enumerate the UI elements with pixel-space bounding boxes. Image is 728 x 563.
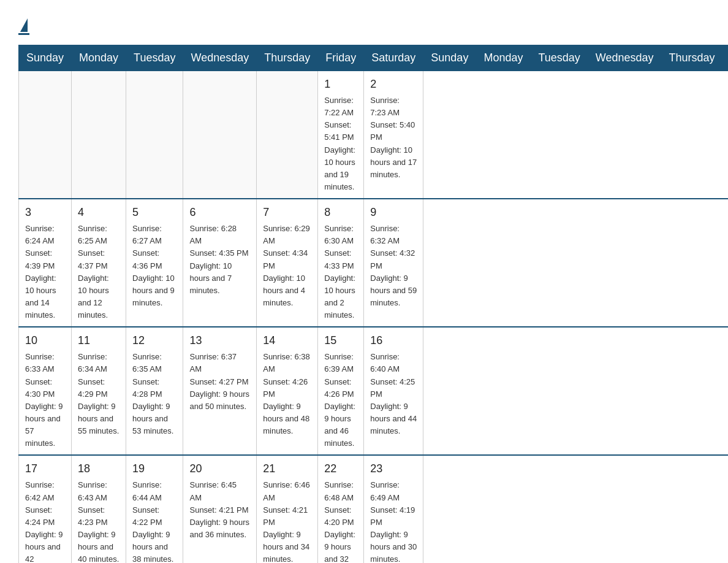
day-number: 19 xyxy=(132,461,176,477)
header-wednesday: Wednesday xyxy=(588,45,661,71)
header-tuesday: Tuesday xyxy=(531,45,588,71)
header-monday: Monday xyxy=(72,45,126,71)
day-info: Sunrise: 6:25 AM Sunset: 4:37 PM Dayligh… xyxy=(78,223,119,321)
day-number: 20 xyxy=(189,461,250,477)
header-monday: Monday xyxy=(476,45,531,71)
calendar-week-row: 17Sunrise: 6:42 AM Sunset: 4:24 PM Dayli… xyxy=(19,455,729,563)
calendar-cell: 20Sunrise: 6:45 AM Sunset: 4:21 PM Dayli… xyxy=(183,455,257,563)
day-info: Sunrise: 6:44 AM Sunset: 4:22 PM Dayligh… xyxy=(132,479,176,563)
day-number: 2 xyxy=(370,76,417,93)
calendar-cell: 13Sunrise: 6:37 AM Sunset: 4:27 PM Dayli… xyxy=(183,327,257,455)
header-sunday: Sunday xyxy=(19,45,72,71)
header-thursday: Thursday xyxy=(257,45,318,71)
day-info: Sunrise: 6:43 AM Sunset: 4:23 PM Dayligh… xyxy=(78,479,119,563)
header-sunday: Sunday xyxy=(423,45,476,71)
page-header xyxy=(18,12,710,35)
day-number: 4 xyxy=(78,204,119,221)
day-number: 22 xyxy=(324,461,357,477)
day-info: Sunrise: 6:24 AM Sunset: 4:39 PM Dayligh… xyxy=(25,223,65,321)
calendar-cell: 1Sunrise: 7:22 AM Sunset: 5:41 PM Daylig… xyxy=(318,71,364,199)
calendar-cell: 21Sunrise: 6:46 AM Sunset: 4:21 PM Dayli… xyxy=(257,455,318,563)
calendar-cell: 10Sunrise: 6:33 AM Sunset: 4:30 PM Dayli… xyxy=(19,327,72,455)
calendar-header-row: SundayMondayTuesdayWednesdayThursdayFrid… xyxy=(19,45,729,71)
day-info: Sunrise: 6:35 AM Sunset: 4:28 PM Dayligh… xyxy=(132,351,176,437)
day-number: 23 xyxy=(370,461,417,477)
day-info: Sunrise: 6:48 AM Sunset: 4:20 PM Dayligh… xyxy=(324,479,357,563)
calendar-cell: 22Sunrise: 6:48 AM Sunset: 4:20 PM Dayli… xyxy=(318,455,364,563)
header-friday: Friday xyxy=(722,45,728,71)
day-number: 14 xyxy=(263,332,311,349)
calendar-cell: 11Sunrise: 6:34 AM Sunset: 4:29 PM Dayli… xyxy=(72,327,126,455)
day-number: 13 xyxy=(189,332,250,349)
calendar-cell: 12Sunrise: 6:35 AM Sunset: 4:28 PM Dayli… xyxy=(126,327,183,455)
day-info: Sunrise: 6:49 AM Sunset: 4:19 PM Dayligh… xyxy=(370,479,417,563)
header-friday: Friday xyxy=(318,45,364,71)
logo-triangle-icon xyxy=(20,18,28,32)
day-number: 9 xyxy=(370,204,417,221)
calendar-cell xyxy=(257,71,318,199)
day-number: 15 xyxy=(324,332,357,349)
day-number: 17 xyxy=(25,461,65,477)
day-info: Sunrise: 6:29 AM Sunset: 4:34 PM Dayligh… xyxy=(263,223,311,309)
calendar-week-row: 3Sunrise: 6:24 AM Sunset: 4:39 PM Daylig… xyxy=(19,199,729,327)
calendar-cell xyxy=(19,71,72,199)
day-info: Sunrise: 6:40 AM Sunset: 4:25 PM Dayligh… xyxy=(370,351,417,437)
day-info: Sunrise: 6:42 AM Sunset: 4:24 PM Dayligh… xyxy=(25,479,65,563)
calendar-cell: 4Sunrise: 6:25 AM Sunset: 4:37 PM Daylig… xyxy=(72,199,126,327)
calendar-cell xyxy=(72,71,126,199)
calendar-cell xyxy=(126,71,183,199)
day-number: 12 xyxy=(132,332,176,349)
day-info: Sunrise: 6:30 AM Sunset: 4:33 PM Dayligh… xyxy=(324,223,357,321)
day-number: 7 xyxy=(263,204,311,221)
day-info: Sunrise: 6:38 AM Sunset: 4:26 PM Dayligh… xyxy=(263,351,311,437)
day-number: 21 xyxy=(263,461,311,477)
calendar-cell: 23Sunrise: 6:49 AM Sunset: 4:19 PM Dayli… xyxy=(364,455,423,563)
day-number: 16 xyxy=(370,332,417,349)
day-info: Sunrise: 6:45 AM Sunset: 4:21 PM Dayligh… xyxy=(189,479,250,541)
day-info: Sunrise: 7:23 AM Sunset: 5:40 PM Dayligh… xyxy=(370,94,417,181)
day-info: Sunrise: 7:22 AM Sunset: 5:41 PM Dayligh… xyxy=(324,94,357,193)
calendar-week-row: 1Sunrise: 7:22 AM Sunset: 5:41 PM Daylig… xyxy=(19,71,729,199)
calendar-week-row: 10Sunrise: 6:33 AM Sunset: 4:30 PM Dayli… xyxy=(19,327,729,455)
calendar-cell: 17Sunrise: 6:42 AM Sunset: 4:24 PM Dayli… xyxy=(19,455,72,563)
calendar-cell: 19Sunrise: 6:44 AM Sunset: 4:22 PM Dayli… xyxy=(126,455,183,563)
header-tuesday: Tuesday xyxy=(126,45,183,71)
day-info: Sunrise: 6:46 AM Sunset: 4:21 PM Dayligh… xyxy=(263,479,311,563)
day-number: 3 xyxy=(25,204,65,221)
calendar-cell: 14Sunrise: 6:38 AM Sunset: 4:26 PM Dayli… xyxy=(257,327,318,455)
day-number: 1 xyxy=(324,76,357,93)
day-number: 8 xyxy=(324,204,357,221)
day-number: 11 xyxy=(78,332,119,349)
calendar-cell: 3Sunrise: 6:24 AM Sunset: 4:39 PM Daylig… xyxy=(19,199,72,327)
day-number: 10 xyxy=(25,332,65,349)
calendar-cell: 9Sunrise: 6:32 AM Sunset: 4:32 PM Daylig… xyxy=(364,199,423,327)
day-info: Sunrise: 6:33 AM Sunset: 4:30 PM Dayligh… xyxy=(25,351,65,450)
calendar-cell: 16Sunrise: 6:40 AM Sunset: 4:25 PM Dayli… xyxy=(364,327,423,455)
header-saturday: Saturday xyxy=(364,45,423,71)
calendar-cell: 7Sunrise: 6:29 AM Sunset: 4:34 PM Daylig… xyxy=(257,199,318,327)
day-number: 18 xyxy=(78,461,119,477)
day-number: 5 xyxy=(132,204,176,221)
calendar-cell: 5Sunrise: 6:27 AM Sunset: 4:36 PM Daylig… xyxy=(126,199,183,327)
header-thursday: Thursday xyxy=(661,45,722,71)
calendar-table: SundayMondayTuesdayWednesdayThursdayFrid… xyxy=(18,45,728,563)
day-info: Sunrise: 6:37 AM Sunset: 4:27 PM Dayligh… xyxy=(189,351,250,413)
logo xyxy=(18,12,31,35)
day-number: 6 xyxy=(189,204,250,221)
day-info: Sunrise: 6:34 AM Sunset: 4:29 PM Dayligh… xyxy=(78,351,119,437)
calendar-cell: 18Sunrise: 6:43 AM Sunset: 4:23 PM Dayli… xyxy=(72,455,126,563)
calendar-cell: 6Sunrise: 6:28 AM Sunset: 4:35 PM Daylig… xyxy=(183,199,257,327)
calendar-cell xyxy=(183,71,257,199)
calendar-cell: 15Sunrise: 6:39 AM Sunset: 4:26 PM Dayli… xyxy=(318,327,364,455)
day-info: Sunrise: 6:27 AM Sunset: 4:36 PM Dayligh… xyxy=(132,223,176,309)
day-info: Sunrise: 6:32 AM Sunset: 4:32 PM Dayligh… xyxy=(370,223,417,309)
day-info: Sunrise: 6:28 AM Sunset: 4:35 PM Dayligh… xyxy=(189,223,250,297)
header-wednesday: Wednesday xyxy=(183,45,257,71)
calendar-cell: 8Sunrise: 6:30 AM Sunset: 4:33 PM Daylig… xyxy=(318,199,364,327)
calendar-cell: 2Sunrise: 7:23 AM Sunset: 5:40 PM Daylig… xyxy=(364,71,423,199)
day-info: Sunrise: 6:39 AM Sunset: 4:26 PM Dayligh… xyxy=(324,351,357,450)
